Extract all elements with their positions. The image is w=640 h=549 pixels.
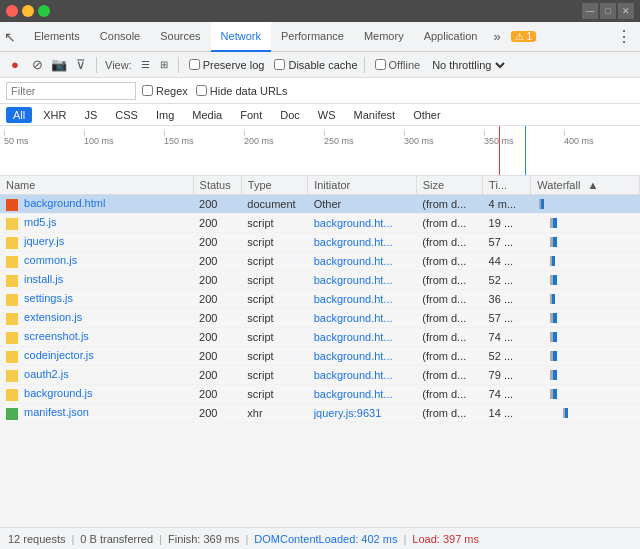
file-icon xyxy=(6,256,18,268)
type-filter-manifest[interactable]: Manifest xyxy=(347,107,403,123)
type-column-header[interactable]: Type xyxy=(241,176,307,195)
hide-data-urls-label[interactable]: Hide data URLs xyxy=(196,85,288,97)
type-filter-ws[interactable]: WS xyxy=(311,107,343,123)
network-table-container[interactable]: Name Status Type Initiator Size Ti... Wa… xyxy=(0,176,640,527)
table-row[interactable]: background.js 200 script background.ht..… xyxy=(0,385,640,404)
disable-cache-checkbox[interactable] xyxy=(274,59,285,70)
regex-checkbox[interactable] xyxy=(142,85,153,96)
table-row[interactable]: oauth2.js 200 script background.ht... (f… xyxy=(0,366,640,385)
clear-button[interactable]: ⊘ xyxy=(28,56,46,74)
time-column-header[interactable]: Ti... xyxy=(483,176,531,195)
table-row[interactable]: install.js 200 script background.ht... (… xyxy=(0,271,640,290)
tab-application[interactable]: Application xyxy=(414,22,488,52)
table-row[interactable]: md5.js 200 script background.ht... (from… xyxy=(0,214,640,233)
table-row[interactable]: jquery.js 200 script background.ht... (f… xyxy=(0,233,640,252)
type-cell: script xyxy=(241,233,307,252)
initiator-link[interactable]: background.ht... xyxy=(314,217,393,229)
file-name-link[interactable]: extension.js xyxy=(24,311,82,323)
table-row[interactable]: common.js 200 script background.ht... (f… xyxy=(0,252,640,271)
type-filter-other[interactable]: Other xyxy=(406,107,448,123)
traffic-light-red[interactable] xyxy=(6,5,18,17)
initiator-link[interactable]: background.ht... xyxy=(314,331,393,343)
regex-label[interactable]: Regex xyxy=(142,85,188,97)
file-name-link[interactable]: settings.js xyxy=(24,292,73,304)
type-filter-xhr[interactable]: XHR xyxy=(36,107,73,123)
offline-label[interactable]: Offline xyxy=(375,59,421,71)
file-name-link[interactable]: manifest.json xyxy=(24,406,89,418)
throttle-select[interactable]: No throttling xyxy=(428,58,508,72)
file-name-link[interactable]: screenshot.js xyxy=(24,330,89,342)
file-name-link[interactable]: jquery.js xyxy=(24,235,64,247)
tab-console[interactable]: Console xyxy=(90,22,150,52)
waterfall-cell xyxy=(531,214,640,233)
initiator-cell: background.ht... xyxy=(308,290,417,309)
initiator-cell: background.ht... xyxy=(308,366,417,385)
initiator-cell: background.ht... xyxy=(308,233,417,252)
minimize-button[interactable]: — xyxy=(582,3,598,19)
size-column-header[interactable]: Size xyxy=(416,176,482,195)
screenshot-button[interactable]: 📷 xyxy=(50,56,68,74)
type-filter-all[interactable]: All xyxy=(6,107,32,123)
file-name-link[interactable]: background.html xyxy=(24,197,105,209)
initiator-link[interactable]: background.ht... xyxy=(314,293,393,305)
initiator-link[interactable]: background.ht... xyxy=(314,350,393,362)
table-row[interactable]: extension.js 200 script background.ht...… xyxy=(0,309,640,328)
tab-memory[interactable]: Memory xyxy=(354,22,414,52)
record-button[interactable]: ● xyxy=(6,56,24,74)
disable-cache-label[interactable]: Disable cache xyxy=(274,59,357,71)
ruler-label: 150 ms xyxy=(164,136,194,146)
preserve-log-checkbox[interactable] xyxy=(189,59,200,70)
file-name-link[interactable]: md5.js xyxy=(24,216,56,228)
hide-data-urls-checkbox[interactable] xyxy=(196,85,207,96)
file-name-link[interactable]: codeinjector.js xyxy=(24,349,94,361)
tab-network[interactable]: Network xyxy=(211,22,271,52)
cursor-icon[interactable]: ↖ xyxy=(4,29,16,45)
table-row[interactable]: background.html 200 document Other (from… xyxy=(0,195,640,214)
initiator-link[interactable]: jquery.js:9631 xyxy=(314,407,382,419)
devtools-menu-button[interactable]: ⋮ xyxy=(612,27,636,46)
type-filter-img[interactable]: Img xyxy=(149,107,181,123)
offline-checkbox[interactable] xyxy=(375,59,386,70)
filter-input[interactable] xyxy=(6,82,136,100)
waterfall-column-header[interactable]: Waterfall ▲ xyxy=(531,176,640,195)
initiator-link[interactable]: background.ht... xyxy=(314,255,393,267)
initiator-link[interactable]: background.ht... xyxy=(314,274,393,286)
table-row[interactable]: codeinjector.js 200 script background.ht… xyxy=(0,347,640,366)
file-name-link[interactable]: oauth2.js xyxy=(24,368,69,380)
network-toolbar: ● ⊘ 📷 ⊽ View: ☰ ⊞ Preserve log Disable c… xyxy=(0,52,640,78)
table-row[interactable]: settings.js 200 script background.ht... … xyxy=(0,290,640,309)
maximize-button[interactable]: □ xyxy=(600,3,616,19)
file-name-link[interactable]: background.js xyxy=(24,387,93,399)
traffic-light-green[interactable] xyxy=(38,5,50,17)
type-filter-font[interactable]: Font xyxy=(233,107,269,123)
file-name-link[interactable]: install.js xyxy=(24,273,63,285)
type-filter-js[interactable]: JS xyxy=(77,107,104,123)
initiator-link[interactable]: background.ht... xyxy=(314,312,393,324)
type-filter-css[interactable]: CSS xyxy=(108,107,145,123)
close-button[interactable]: ✕ xyxy=(618,3,634,19)
status-column-header[interactable]: Status xyxy=(193,176,241,195)
initiator-link[interactable]: background.ht... xyxy=(314,369,393,381)
type-filter-doc[interactable]: Doc xyxy=(273,107,307,123)
file-icon xyxy=(6,313,18,325)
type-cell: script xyxy=(241,328,307,347)
preserve-log-label[interactable]: Preserve log xyxy=(189,59,265,71)
table-row[interactable]: screenshot.js 200 script background.ht..… xyxy=(0,328,640,347)
file-name-link[interactable]: common.js xyxy=(24,254,77,266)
tab-performance[interactable]: Performance xyxy=(271,22,354,52)
tab-sources[interactable]: Sources xyxy=(150,22,210,52)
view-grid-button[interactable]: ⊞ xyxy=(156,57,172,73)
type-filter-media[interactable]: Media xyxy=(185,107,229,123)
tab-elements[interactable]: Elements xyxy=(24,22,90,52)
name-column-header[interactable]: Name xyxy=(0,176,193,195)
initiator-column-header[interactable]: Initiator xyxy=(308,176,417,195)
more-tabs-button[interactable]: » xyxy=(487,29,506,44)
filter-button[interactable]: ⊽ xyxy=(72,56,90,74)
traffic-light-yellow[interactable] xyxy=(22,5,34,17)
load-time: Load: 397 ms xyxy=(412,533,479,545)
view-list-button[interactable]: ☰ xyxy=(138,57,154,73)
waterfall-bar-container xyxy=(537,197,634,211)
table-row[interactable]: manifest.json 200 xhr jquery.js:9631 (fr… xyxy=(0,404,640,423)
initiator-link[interactable]: background.ht... xyxy=(314,236,393,248)
initiator-link[interactable]: background.ht... xyxy=(314,388,393,400)
